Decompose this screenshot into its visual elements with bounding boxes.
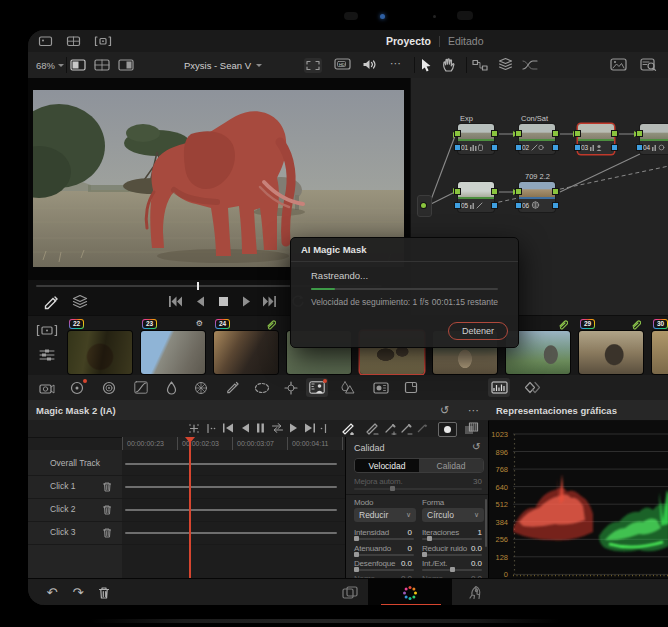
hdr-wheels-icon[interactable] <box>98 378 120 397</box>
node-05[interactable]: 05 <box>458 182 494 212</box>
split-screen-icon[interactable] <box>66 35 81 47</box>
forma-dropdown[interactable]: Círculo∨ <box>422 508 484 522</box>
mask-stroke-subtract-tool[interactable] <box>365 422 379 435</box>
spline-mixer-icon[interactable] <box>522 59 538 71</box>
skip-to-start-button[interactable] <box>168 295 183 308</box>
trash-icon[interactable] <box>102 527 112 538</box>
blur-icon[interactable] <box>336 378 358 397</box>
node-connector-icon[interactable] <box>472 59 488 71</box>
add-tracker-point-icon[interactable] <box>188 423 200 434</box>
trash-button[interactable] <box>94 584 114 601</box>
curves-icon[interactable] <box>130 378 152 397</box>
window-mesh-icon[interactable] <box>190 378 212 397</box>
stop-tracking-button[interactable]: Detener <box>448 322 508 340</box>
grid-viewer-mode-icon[interactable] <box>94 59 110 71</box>
redo-button[interactable]: ↷ <box>68 584 88 601</box>
reset-icon[interactable]: ↺ <box>472 441 480 452</box>
audio-speaker-icon[interactable] <box>362 58 377 71</box>
range-start-icon[interactable] <box>206 423 216 434</box>
grab-still-hd-icon[interactable]: HD <box>334 57 352 71</box>
fusion-rocket-icon[interactable] <box>464 584 484 601</box>
stills-gallery-icon[interactable] <box>38 35 53 47</box>
toggle-calidad[interactable]: Calidad <box>419 459 483 472</box>
param-slider[interactable] <box>354 569 414 571</box>
scrubber-playhead[interactable] <box>197 282 199 290</box>
ping-pong-button[interactable] <box>271 423 284 433</box>
cursor-tool-icon[interactable] <box>420 58 433 72</box>
lut-browser-icon[interactable] <box>640 58 657 71</box>
scopes-icon[interactable] <box>488 378 510 397</box>
param-slider[interactable] <box>422 538 482 540</box>
timeline-playhead-line[interactable] <box>189 442 191 578</box>
wipe-compare-icon[interactable] <box>94 35 112 47</box>
layers-overlay-icon[interactable] <box>72 294 88 309</box>
split-viewer-mode-icon[interactable] <box>118 59 134 71</box>
mask-stroke-add-tool[interactable] <box>341 422 355 435</box>
node-06[interactable]: 06 <box>519 182 555 212</box>
play-button[interactable] <box>241 295 253 308</box>
keyframes-icon[interactable] <box>522 378 544 397</box>
trash-icon[interactable] <box>102 481 112 492</box>
param-slider[interactable] <box>422 569 482 571</box>
tab-proyecto[interactable]: Proyecto <box>386 35 431 47</box>
node-04[interactable]: 04 <box>640 124 668 154</box>
modo-dropdown[interactable]: Reducir∨ <box>354 508 416 522</box>
node-02[interactable]: 02 <box>519 124 555 154</box>
track-bar[interactable] <box>125 509 337 511</box>
ruler-timecode: 00:00:02:03 <box>177 437 219 450</box>
param-slider[interactable] <box>422 554 482 556</box>
color-page-tab[interactable] <box>368 579 452 605</box>
matte-finesse-icon[interactable] <box>464 422 479 435</box>
stroke-plus-tool[interactable] <box>383 422 397 435</box>
gallery-image-icon[interactable] <box>610 58 627 71</box>
toolbar-more-icon[interactable]: ⋯ <box>390 57 401 70</box>
track-bar[interactable] <box>125 532 337 534</box>
node-01[interactable]: 01 <box>458 124 494 154</box>
eyedropper-icon[interactable] <box>42 295 58 311</box>
step-back-button[interactable] <box>194 295 206 308</box>
hand-pan-tool-icon[interactable] <box>442 57 456 72</box>
range-end-icon[interactable] <box>320 423 330 434</box>
sizing-icon[interactable] <box>400 378 422 397</box>
param-slider[interactable] <box>354 554 414 556</box>
play-reverse-button[interactable] <box>240 423 250 433</box>
skip-to-start-button[interactable] <box>222 423 234 433</box>
stroke-minus-tool[interactable] <box>399 422 413 435</box>
layers-icon[interactable] <box>498 57 513 71</box>
effects-icon[interactable] <box>370 378 392 397</box>
stroke-eraser-tool[interactable] <box>415 422 429 435</box>
camera-raw-icon[interactable] <box>36 378 58 397</box>
skip-to-end-button[interactable] <box>304 423 316 433</box>
skip-to-end-button[interactable] <box>262 295 277 308</box>
undo-button[interactable]: ↶ <box>42 584 62 601</box>
picker-tool-icon[interactable] <box>221 378 243 397</box>
param-slider[interactable] <box>354 538 414 540</box>
enhanced-viewer-icon[interactable] <box>304 58 322 73</box>
auto-improve-slider[interactable] <box>354 488 482 490</box>
mask-overlay-toggle[interactable] <box>438 422 457 437</box>
speed-quality-toggle[interactable]: Velocidad Calidad <box>354 458 484 473</box>
magic-mask-icon[interactable] <box>306 378 328 397</box>
reset-icon[interactable]: ↺ <box>440 404 449 417</box>
edit-page-icon[interactable] <box>340 584 360 601</box>
single-viewer-mode-icon[interactable] <box>70 59 86 71</box>
clips-view-icon[interactable] <box>36 324 58 337</box>
source-node[interactable] <box>417 195 432 217</box>
qualifier-icon[interactable] <box>160 378 182 397</box>
stop-button[interactable] <box>217 295 230 308</box>
zoom-level-control[interactable]: 68% <box>36 52 64 78</box>
timeline-view-icon[interactable] <box>38 348 56 362</box>
node-03-selected[interactable]: 03 <box>578 124 614 154</box>
color-wheels-icon[interactable] <box>66 378 88 397</box>
panel-more-icon[interactable]: ⋯ <box>468 404 479 417</box>
play-button[interactable] <box>289 423 299 433</box>
power-window-icon[interactable] <box>251 378 273 397</box>
tracker-icon[interactable] <box>280 378 302 397</box>
tab-editado[interactable]: Editado <box>448 35 484 47</box>
trash-icon[interactable] <box>102 504 112 515</box>
toggle-velocidad[interactable]: Velocidad <box>355 459 419 472</box>
clip-title-dropdown[interactable]: Pxysis - Sean V <box>148 52 298 78</box>
pause-button[interactable] <box>256 423 265 433</box>
track-bar[interactable] <box>125 463 337 465</box>
track-bar[interactable] <box>125 486 337 488</box>
